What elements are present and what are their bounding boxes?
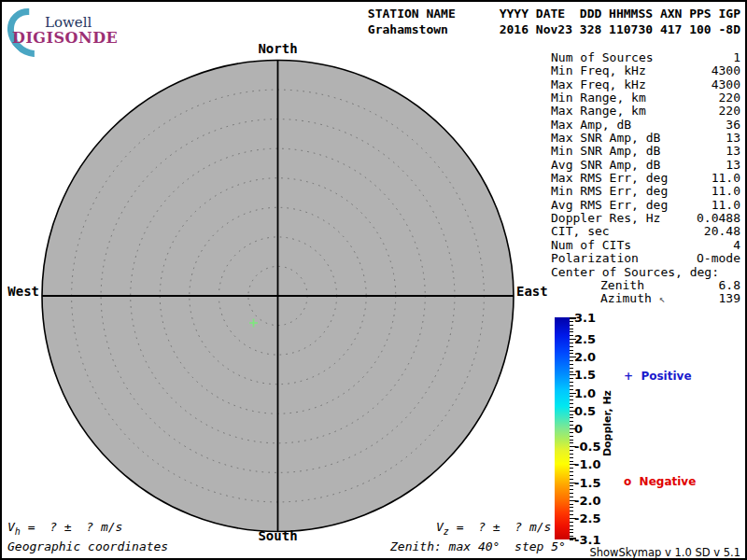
compass-label-north: North	[243, 41, 313, 56]
compass-label-south: South	[243, 528, 313, 543]
skymap-plot	[0, 0, 747, 560]
compass-label-east: East	[516, 284, 572, 299]
compass-label-west: West	[0, 284, 39, 299]
